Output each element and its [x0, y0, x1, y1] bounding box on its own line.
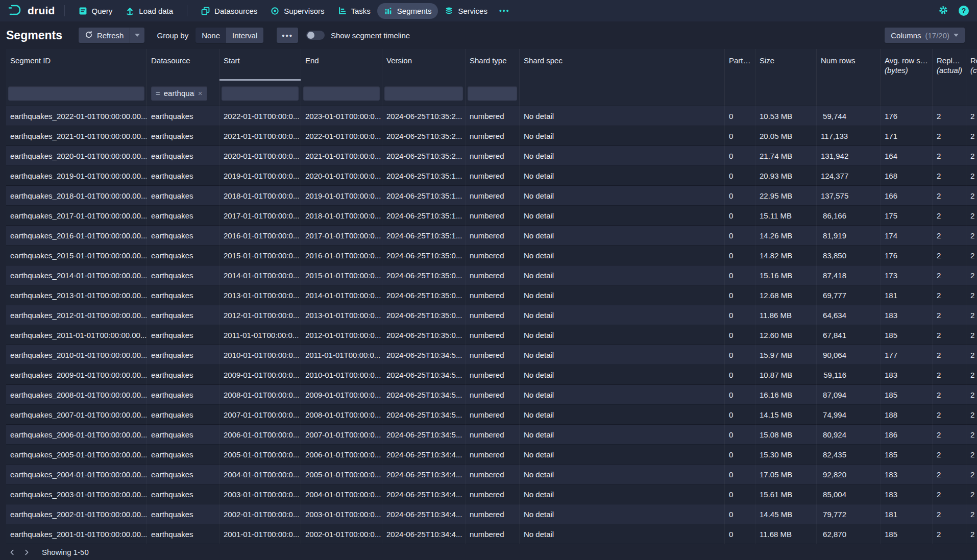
cell-value: 2023-01-01T00:00:0...: [305, 112, 381, 120]
table-row[interactable]: earthquakes_2009-01-01T00:00:00.00...ear…: [6, 365, 977, 385]
more-options-button[interactable]: •••: [277, 28, 298, 43]
column-header-end[interactable]: End: [301, 49, 382, 81]
table-row[interactable]: earthquakes_2013-01-01T00:00:00.00...ear…: [6, 285, 977, 305]
table-row[interactable]: earthquakes_2017-01-01T00:00:00.00...ear…: [6, 206, 977, 226]
cell-avg-row-size: 183: [881, 305, 933, 325]
cell-value: 183: [885, 470, 897, 479]
cell-replication-factor: 2: [966, 305, 977, 325]
column-header-shard-spec[interactable]: Shard spec: [520, 49, 725, 81]
column-header-datasource[interactable]: Datasource: [147, 49, 219, 81]
cell-value: 0: [729, 391, 733, 399]
table-row[interactable]: earthquakes_2005-01-01T00:00:00.00...ear…: [6, 445, 977, 465]
group-by-none-button[interactable]: None: [196, 28, 226, 43]
cell-value: earthquakes: [151, 510, 193, 519]
segment-timeline-toggle[interactable]: [306, 31, 325, 40]
cell-value: 2: [970, 371, 974, 379]
cell-value: 2: [937, 251, 941, 260]
refresh-button[interactable]: Refresh: [79, 28, 130, 43]
table-row[interactable]: earthquakes_2020-01-01T00:00:00.00...ear…: [6, 146, 977, 166]
table-row[interactable]: earthquakes_2012-01-01T00:00:00.00...ear…: [6, 305, 977, 325]
datasource-filter-tag[interactable]: =earthquakes×: [151, 86, 207, 101]
table-row[interactable]: earthquakes_2015-01-01T00:00:00.00...ear…: [6, 246, 977, 265]
next-page-button[interactable]: [19, 546, 34, 559]
cell-value: 175: [885, 211, 897, 220]
table-row[interactable]: earthquakes_2018-01-01T00:00:00.00...ear…: [6, 186, 977, 206]
cell-segment-id: earthquakes_2012-01-01T00:00:00.00...: [6, 305, 147, 325]
cell-value: 67,841: [821, 331, 846, 339]
cell-value: 2005-01-01T00:00:0...: [305, 470, 381, 479]
cell-datasource: earthquakes: [147, 445, 219, 465]
table-row[interactable]: earthquakes_2016-01-01T00:00:00.00...ear…: [6, 226, 977, 246]
nav-item-supervisors[interactable]: Supervisors: [264, 3, 331, 19]
cell-start: 2022-01-01T00:00:0...: [219, 106, 301, 126]
cell-datasource: earthquakes: [147, 186, 219, 206]
table-row[interactable]: earthquakes_2007-01-01T00:00:00.00...ear…: [6, 405, 977, 425]
nav-more-button[interactable]: •••: [494, 4, 515, 18]
cell-segment-id: earthquakes_2003-01-01T00:00:00.00...: [6, 484, 147, 504]
cell-replicas: 2: [933, 385, 966, 405]
cell-value: 0: [729, 132, 733, 140]
cell-replicas: 2: [933, 246, 966, 265]
previous-page-button[interactable]: [5, 546, 19, 559]
nav-item-datasources[interactable]: Datasources: [194, 3, 264, 19]
cell-value: earthquakes: [151, 371, 193, 379]
table-row[interactable]: earthquakes_2008-01-01T00:00:00.00...ear…: [6, 385, 977, 405]
nav-item-tasks[interactable]: Tasks: [331, 3, 377, 19]
table-row[interactable]: earthquakes_2011-01-01T00:00:00.00...ear…: [6, 325, 977, 345]
nav-item-segments[interactable]: Segments: [377, 3, 438, 19]
filter-end-input[interactable]: [303, 86, 380, 101]
column-header-partition[interactable]: Partition: [725, 49, 755, 81]
table-row[interactable]: earthquakes_2002-01-01T00:00:00.00...ear…: [6, 504, 977, 524]
cell-value: 2: [937, 430, 941, 439]
table-row[interactable]: earthquakes_2004-01-01T00:00:00.00...ear…: [6, 465, 977, 484]
cell-replication-factor: 2: [966, 166, 977, 186]
nav-item-load-data[interactable]: Load data: [119, 3, 180, 19]
columns-button[interactable]: Columns (17/20): [885, 28, 965, 43]
column-header-replicas[interactable]: Replicas(actual): [933, 49, 966, 81]
cell-value: numbered: [470, 251, 504, 260]
table-row[interactable]: earthquakes_2010-01-01T00:00:00.00...ear…: [6, 345, 977, 365]
nav-item-services[interactable]: Services: [438, 3, 494, 19]
help-icon[interactable]: ?: [959, 6, 969, 16]
nav-item-query[interactable]: Query: [72, 3, 119, 19]
filter-segment-id-input[interactable]: [8, 86, 144, 101]
cell-value: No detail: [524, 112, 554, 120]
column-header-version[interactable]: Version: [382, 49, 466, 81]
table-row[interactable]: earthquakes_2022-01-01T00:00:00.00...ear…: [6, 106, 977, 126]
column-header-replication-factor[interactable]: Replication factor(configured): [966, 49, 977, 81]
cell-value: 2: [970, 231, 974, 240]
cell-value: earthquakes: [151, 351, 193, 359]
column-header-shard-type[interactable]: Shard type: [466, 49, 520, 81]
druid-logo[interactable]: druid: [8, 4, 55, 18]
refresh-options-button[interactable]: [130, 28, 144, 43]
table-row[interactable]: earthquakes_2006-01-01T00:00:00.00...ear…: [6, 425, 977, 445]
table-row[interactable]: earthquakes_2019-01-01T00:00:00.00...ear…: [6, 166, 977, 186]
cell-shard-spec: No detail: [520, 206, 725, 226]
column-header-avg-row-size[interactable]: Avg. row size(bytes): [881, 49, 933, 81]
column-header-segment-id[interactable]: Segment ID: [6, 49, 147, 81]
cell-replicas: 2: [933, 465, 966, 484]
table-row[interactable]: earthquakes_2003-01-01T00:00:00.00...ear…: [6, 484, 977, 504]
cell-num-rows: 59,744: [817, 106, 881, 126]
cell-value: 10.87 MB: [760, 371, 792, 379]
filter-start-input[interactable]: [222, 86, 299, 101]
filter-cell-replication-factor: [966, 81, 977, 106]
cell-value: earthquakes: [151, 430, 193, 439]
cell-start: 2019-01-01T00:00:0...: [219, 166, 301, 186]
group-by-interval-button[interactable]: Interval: [226, 28, 263, 43]
table-row[interactable]: earthquakes_2001-01-01T00:00:00.00...ear…: [6, 524, 977, 544]
filter-shard-type-input[interactable]: [468, 86, 517, 101]
cell-version: 2024-06-25T10:35:0...: [382, 325, 466, 345]
column-header-num-rows[interactable]: Num rows: [817, 49, 881, 81]
table-row[interactable]: earthquakes_2021-01-01T00:00:00.00...ear…: [6, 126, 977, 146]
column-header-start[interactable]: Start: [219, 49, 301, 81]
table-row[interactable]: earthquakes_2014-01-01T00:00:00.00...ear…: [6, 265, 977, 285]
cell-value: 185: [885, 331, 897, 339]
filter-version-input[interactable]: [384, 86, 463, 101]
gear-icon[interactable]: [938, 5, 948, 17]
cell-shard-type: numbered: [466, 425, 520, 445]
cell-avg-row-size: 183: [881, 365, 933, 385]
cell-partition: 0: [725, 385, 755, 405]
close-icon[interactable]: ×: [198, 89, 203, 98]
column-header-size[interactable]: Size: [755, 49, 817, 81]
